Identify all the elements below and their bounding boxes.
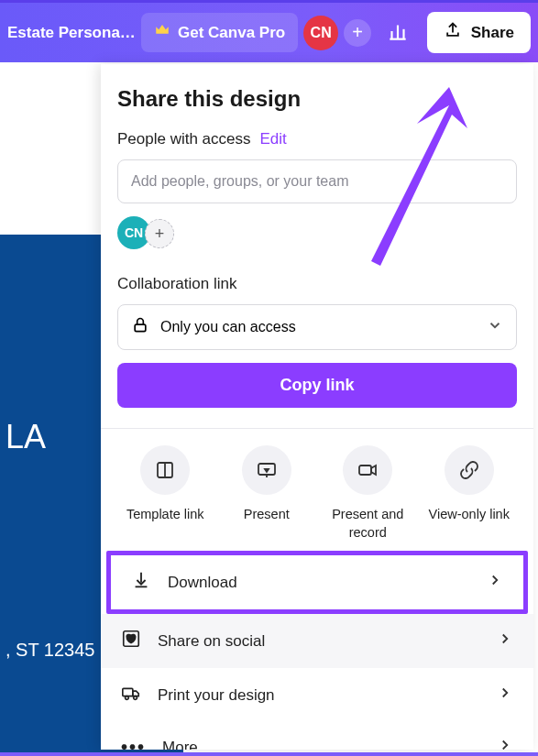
share-menu-list: Download Share on social Print your desi… xyxy=(101,551,533,750)
share-button[interactable]: Share xyxy=(427,12,531,53)
share-panel-title: Share this design xyxy=(117,86,517,112)
user-avatar[interactable]: CN xyxy=(303,16,338,50)
truck-icon xyxy=(121,683,141,707)
divider xyxy=(101,428,533,429)
svg-rect-3 xyxy=(359,466,371,475)
share-label: Share xyxy=(471,24,514,42)
menu-label: More xyxy=(162,739,198,750)
option-label: View-only link xyxy=(429,506,510,524)
menu-more[interactable]: ••• More xyxy=(101,722,533,750)
collaborator-avatars: CN + xyxy=(117,203,517,249)
heart-box-icon xyxy=(121,629,141,653)
people-input[interactable] xyxy=(117,159,517,203)
menu-share-social[interactable]: Share on social xyxy=(101,614,533,668)
crown-icon xyxy=(154,22,170,43)
option-label: Present xyxy=(244,506,290,524)
get-pro-button[interactable]: Get Canva Pro xyxy=(141,13,298,52)
template-icon xyxy=(140,445,190,495)
more-icon: ••• xyxy=(121,737,146,750)
document-title[interactable]: Estate Personal... xyxy=(7,24,136,42)
collab-access-select[interactable]: Only you can access xyxy=(117,304,517,350)
share-options-row: Template link Present Present and record… xyxy=(117,445,517,542)
menu-label: Print your design xyxy=(158,686,275,705)
menu-label: Share on social xyxy=(158,632,265,651)
copy-link-button[interactable]: Copy link xyxy=(117,363,517,408)
option-view-only[interactable]: View-only link xyxy=(422,445,518,542)
upload-icon xyxy=(444,21,462,44)
share-panel: Share this design People with access Edi… xyxy=(101,64,533,750)
chevron-down-icon xyxy=(487,317,503,337)
link-icon xyxy=(445,445,494,495)
menu-print[interactable]: Print your design xyxy=(101,668,533,722)
topbar: Estate Personal... Get Canva Pro CN + Sh… xyxy=(0,0,538,62)
chevron-right-icon xyxy=(497,630,513,652)
chevron-right-icon xyxy=(487,572,503,593)
option-present-record[interactable]: Present and record xyxy=(320,445,416,542)
svg-point-6 xyxy=(126,696,129,700)
option-label: Present and record xyxy=(320,506,416,542)
option-label: Template link xyxy=(126,506,204,524)
lock-icon xyxy=(131,316,149,338)
insights-button[interactable] xyxy=(377,12,419,54)
svg-rect-5 xyxy=(123,689,133,696)
people-access-label: People with access xyxy=(117,130,251,148)
bar-chart-icon xyxy=(386,19,410,47)
menu-label: Download xyxy=(168,574,237,592)
collab-access-value: Only you can access xyxy=(160,319,296,335)
chevron-right-icon xyxy=(497,737,513,750)
svg-point-7 xyxy=(134,696,137,700)
chevron-right-icon xyxy=(497,685,513,706)
svg-rect-0 xyxy=(135,324,146,332)
record-icon xyxy=(343,445,392,495)
plus-icon: + xyxy=(352,22,363,43)
option-template-link[interactable]: Template link xyxy=(117,445,214,542)
bottom-strip xyxy=(0,752,538,756)
people-access-row: People with access Edit xyxy=(117,130,517,148)
get-pro-label: Get Canva Pro xyxy=(178,24,285,42)
download-icon xyxy=(131,570,151,595)
present-icon xyxy=(242,445,291,495)
edit-access-link[interactable]: Edit xyxy=(260,130,287,148)
plus-icon: + xyxy=(155,225,165,244)
add-person-button[interactable]: + xyxy=(145,219,174,248)
option-present[interactable]: Present xyxy=(219,445,315,542)
add-collaborator-button[interactable]: + xyxy=(344,19,371,47)
collab-link-label: Collaboration link xyxy=(117,275,517,293)
menu-download[interactable]: Download xyxy=(111,555,523,609)
